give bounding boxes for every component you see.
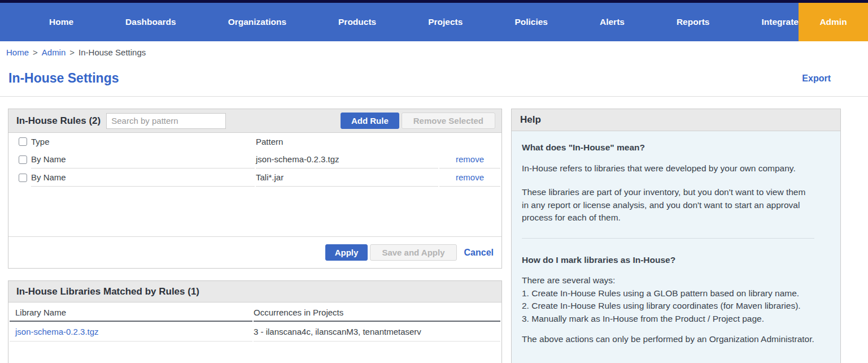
help-list-item-3: 3. Manually mark as In-House from the Pr… [522, 313, 814, 326]
rule-pattern: json-schema-0.2.3.tgz [256, 150, 438, 168]
column-header-occurrences: Occurrences in Projects [254, 302, 500, 322]
library-name-link[interactable]: json-schema-0.2.3.tgz [15, 327, 99, 336]
rule-row: By Name Tali*.jar remove [10, 168, 500, 187]
remove-rule-link[interactable]: remove [456, 172, 484, 182]
libraries-table-header-row: Library Name Occurrences in Projects [10, 302, 500, 322]
nav-item-alerts[interactable]: Alerts [600, 17, 625, 27]
nav-item-policies[interactable]: Policies [514, 17, 548, 27]
column-header-library-name: Library Name [10, 302, 252, 322]
nav-item-products[interactable]: Products [338, 17, 376, 27]
help-paragraph-3: There are several ways: [522, 274, 814, 287]
rules-footer: Apply Save and Apply Cancel [8, 236, 501, 268]
breadcrumb: Home>Admin>In-House Settings [0, 41, 868, 62]
help-panel-header: Help [512, 109, 840, 131]
rules-table: Type Pattern By Name json-schema-0.2.3.t… [8, 133, 501, 187]
breadcrumb-current: In-House Settings [78, 47, 146, 57]
select-all-checkbox[interactable] [19, 137, 27, 146]
main-content: In-House Rules (2) Add Rule Remove Selec… [0, 97, 868, 363]
cancel-link[interactable]: Cancel [464, 248, 494, 258]
nav-item-home[interactable]: Home [49, 17, 73, 27]
rules-table-header-row: Type Pattern [10, 133, 500, 150]
help-divider [522, 238, 814, 239]
save-and-apply-button[interactable]: Save and Apply [370, 244, 456, 261]
rule-pattern: Tali*.jar [256, 168, 438, 187]
page-header: In-House Settings Export [0, 62, 868, 96]
nav-item-integrate[interactable]: Integrate [762, 17, 799, 27]
matched-libraries-panel: In-House Libraries Matched by Rules (1) … [8, 280, 502, 363]
rules-panel-header: In-House Rules (2) Add Rule Remove Selec… [8, 109, 501, 133]
search-pattern-input[interactable] [106, 113, 226, 129]
remove-rule-link[interactable]: remove [456, 154, 484, 164]
breadcrumb-home-link[interactable]: Home [6, 47, 29, 57]
main-navbar: Home Dashboards Organizations Products P… [0, 3, 868, 41]
nav-item-admin-active[interactable]: Admin [799, 3, 868, 41]
libraries-panel-title: In-House Libraries Matched by Rules (1) [16, 286, 199, 297]
nav-item-reports[interactable]: Reports [677, 17, 710, 27]
column-header-pattern: Pattern [256, 133, 438, 150]
page-title: In-House Settings [8, 71, 119, 86]
help-panel: Help What does "In-House" mean? In-House… [511, 109, 841, 363]
help-list-item-1: 1. Create In-House Rules using a GLOB pa… [522, 287, 814, 300]
column-header-type: Type [31, 133, 255, 150]
libraries-table: Library Name Occurrences in Projects jso… [8, 302, 501, 342]
rule-checkbox[interactable] [19, 155, 27, 164]
library-occurrences: 3 - ilanscana4c, ilanscanM3, tenantmetas… [254, 322, 500, 342]
rule-checkbox[interactable] [19, 174, 27, 182]
help-question-2: How do I mark libraries as In-House? [522, 254, 814, 267]
breadcrumb-separator: > [33, 47, 38, 57]
rule-row: By Name json-schema-0.2.3.tgz remove [10, 150, 500, 168]
rules-panel-title: In-House Rules (2) [16, 115, 101, 127]
remove-selected-button[interactable]: Remove Selected [402, 113, 495, 129]
right-column: Help What does "In-House" mean? In-House… [511, 109, 841, 363]
libraries-panel-header: In-House Libraries Matched by Rules (1) [8, 281, 501, 302]
help-paragraph-4: The above actions can only be performed … [522, 333, 814, 346]
help-body: What does "In-House" mean? In-House refe… [512, 131, 840, 363]
help-paragraph-2: These libraries are part of your invento… [522, 186, 814, 224]
rules-empty-space [8, 187, 501, 236]
left-column: In-House Rules (2) Add Rule Remove Selec… [8, 109, 502, 363]
nav-item-projects[interactable]: Projects [428, 17, 463, 27]
nav-item-organizations[interactable]: Organizations [228, 17, 286, 27]
rule-type: By Name [31, 150, 255, 168]
add-rule-button[interactable]: Add Rule [341, 113, 399, 129]
library-row: json-schema-0.2.3.tgz 3 - ilanscana4c, i… [10, 322, 500, 342]
help-list-item-2: 2. Create In-House Rules using library c… [522, 300, 814, 313]
nav-items: Home Dashboards Organizations Products P… [0, 3, 799, 41]
breadcrumb-separator: > [69, 47, 75, 57]
export-link[interactable]: Export [802, 74, 831, 84]
in-house-rules-panel: In-House Rules (2) Add Rule Remove Selec… [8, 109, 502, 269]
nav-item-dashboards[interactable]: Dashboards [125, 17, 176, 27]
breadcrumb-admin-link[interactable]: Admin [42, 47, 66, 57]
rule-type: By Name [31, 168, 255, 187]
help-question-1: What does "In-House" mean? [522, 141, 814, 154]
help-paragraph-1: In-House refers to libraries that were d… [522, 162, 814, 175]
apply-button[interactable]: Apply [325, 244, 368, 261]
help-panel-title: Help [520, 114, 541, 126]
